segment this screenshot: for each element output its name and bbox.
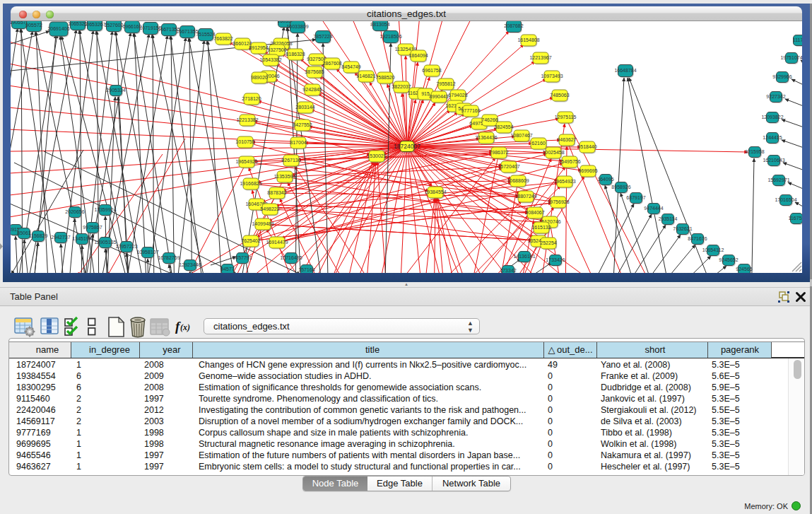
- svg-text:7632621: 7632621: [673, 226, 692, 231]
- svg-text:1864094: 1864094: [408, 53, 428, 58]
- svg-text:1615132: 1615132: [531, 225, 551, 230]
- svg-text:157164: 157164: [298, 267, 314, 272]
- svg-text:19166829: 19166829: [240, 181, 261, 186]
- svg-text:10958107: 10958107: [136, 250, 158, 255]
- svg-text:9457791: 9457791: [233, 255, 252, 260]
- svg-text:252254: 252254: [540, 240, 556, 245]
- svg-text:164095: 164095: [597, 177, 613, 182]
- svg-text:10543382: 10543382: [259, 57, 281, 62]
- svg-text:19384554: 19384554: [424, 189, 446, 194]
- svg-text:18724007: 18724007: [394, 143, 420, 150]
- svg-text:2087682: 2087682: [504, 23, 523, 28]
- svg-text:17359924: 17359924: [94, 207, 116, 212]
- svg-text:8186328: 8186328: [286, 52, 305, 57]
- svg-text:62160: 62160: [531, 141, 546, 146]
- svg-text:10807467: 10807467: [510, 133, 532, 138]
- svg-text:1733426: 1733426: [546, 257, 565, 262]
- svg-text:19218506: 19218506: [379, 34, 401, 39]
- svg-text:924565: 924565: [736, 267, 752, 271]
- svg-text:9084067: 9084067: [525, 210, 544, 215]
- svg-text:16648784: 16648784: [614, 68, 636, 73]
- svg-text:10688609: 10688609: [507, 178, 529, 183]
- svg-text:9329966: 9329966: [772, 74, 792, 79]
- svg-text:8427552: 8427552: [293, 122, 312, 127]
- svg-text:2905334: 2905334: [106, 88, 125, 93]
- svg-text:19654923: 19654923: [553, 179, 575, 184]
- svg-text:1244415: 1244415: [763, 135, 782, 140]
- svg-text:3822037: 3822037: [392, 84, 411, 89]
- svg-text:18807249: 18807249: [514, 194, 536, 199]
- svg-text:19751074: 19751074: [780, 55, 802, 60]
- svg-text:6961758: 6961758: [422, 68, 441, 73]
- svg-text:11353594: 11353594: [274, 174, 296, 179]
- svg-text:15720407: 15720407: [498, 164, 519, 169]
- svg-text:15692971: 15692971: [767, 177, 789, 182]
- svg-text:12905135: 12905135: [94, 240, 116, 245]
- svg-text:7625402: 7625402: [241, 238, 260, 243]
- svg-text:8958926: 8958926: [611, 185, 630, 189]
- svg-text:9327500: 9327500: [267, 47, 286, 52]
- svg-text:15495756: 15495756: [558, 159, 580, 164]
- svg-text:15716485: 15716485: [280, 255, 302, 260]
- svg-text:21364436: 21364436: [475, 135, 497, 140]
- svg-text:2935114: 2935114: [659, 216, 678, 221]
- svg-text:8813054: 8813054: [370, 22, 389, 27]
- svg-text:2867608: 2867608: [322, 61, 341, 66]
- svg-text:173342: 173342: [500, 268, 516, 273]
- svg-text:3875685: 3875685: [305, 69, 324, 74]
- svg-text:9242845: 9242845: [302, 87, 322, 92]
- svg-text:5498222: 5498222: [260, 206, 279, 211]
- svg-text:12213382: 12213382: [236, 117, 258, 122]
- svg-text:1527602: 1527602: [104, 23, 123, 28]
- svg-text:14099489: 14099489: [252, 221, 273, 226]
- svg-text:1156829: 1156829: [29, 233, 48, 238]
- svg-text:9146821: 9146821: [356, 74, 375, 78]
- svg-text:11173: 11173: [793, 37, 802, 42]
- svg-text:16210643: 16210643: [763, 158, 784, 163]
- svg-text:116753: 116753: [789, 216, 802, 221]
- svg-text:6879197: 6879197: [626, 195, 645, 200]
- svg-text:12093822: 12093822: [761, 115, 783, 119]
- svg-text:12213967: 12213967: [529, 55, 551, 60]
- svg-text:16671355: 16671355: [176, 29, 198, 34]
- svg-text:9227342: 9227342: [766, 94, 785, 99]
- svg-text:817004: 817004: [290, 140, 306, 145]
- svg-text:10025458: 10025458: [542, 150, 564, 155]
- svg-text:9518440: 9518440: [577, 144, 596, 149]
- svg-text:8912954: 8912954: [249, 45, 268, 50]
- svg-text:14136141: 14136141: [513, 254, 535, 259]
- svg-text:6794028: 6794028: [448, 93, 467, 98]
- svg-text:8878342: 8878342: [267, 190, 286, 195]
- svg-text:3824554: 3824554: [494, 124, 513, 129]
- svg-text:9463627: 9463627: [557, 137, 576, 142]
- svg-text:7955812: 7955812: [436, 81, 455, 86]
- svg-text:7515524: 7515524: [196, 32, 215, 37]
- svg-text:9245652: 9245652: [719, 257, 738, 262]
- svg-text:1530021: 1530021: [367, 153, 386, 158]
- svg-text:17016504: 17016504: [775, 197, 796, 202]
- svg-text:7485063: 7485063: [550, 93, 569, 98]
- svg-text:2803144: 2803144: [295, 105, 314, 110]
- svg-text:7663822: 7663822: [213, 36, 233, 41]
- svg-text:20691406: 20691406: [47, 26, 69, 31]
- svg-text:1010755: 1010755: [235, 139, 254, 144]
- svg-text:10973493: 10973493: [541, 74, 563, 78]
- svg-text:7986372: 7986372: [489, 150, 508, 155]
- svg-text:10653267: 10653267: [83, 22, 105, 27]
- svg-text:8267130: 8267130: [281, 158, 300, 163]
- svg-text:2942737: 2942737: [51, 235, 70, 240]
- svg-text:(x): (x): [180, 322, 190, 332]
- svg-text:17957223: 17957223: [115, 244, 137, 249]
- svg-text:16154808: 16154808: [517, 37, 539, 42]
- svg-text:7857224: 7857224: [313, 34, 332, 39]
- svg-text:12923446: 12923446: [179, 262, 201, 267]
- svg-text:8990443: 8990443: [429, 94, 448, 99]
- svg-text:9474444: 9474444: [644, 206, 663, 211]
- svg-text:1345194: 1345194: [72, 236, 91, 241]
- svg-text:9777169: 9777169: [461, 108, 480, 113]
- svg-text:7588520: 7588520: [375, 75, 394, 80]
- svg-text:94577: 94577: [220, 267, 235, 271]
- svg-text:16782759: 16782759: [158, 255, 180, 260]
- svg-text:19756928: 19756928: [547, 199, 569, 204]
- svg-text:2718120: 2718120: [242, 96, 261, 101]
